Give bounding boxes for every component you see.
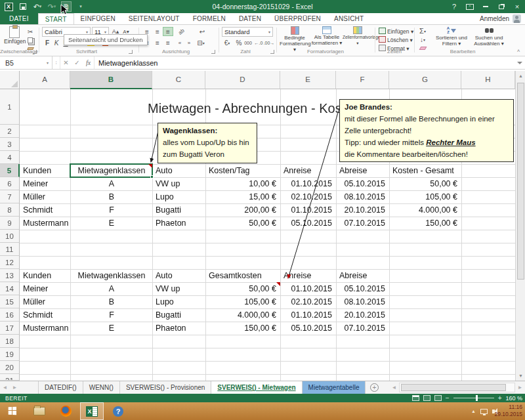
cell-B9[interactable]: E	[71, 217, 152, 230]
row-header-18[interactable]: 18	[0, 335, 20, 348]
note1-line1: alles vom Lupo/Up bis hin	[163, 136, 252, 148]
row-header-9[interactable]: 9	[0, 217, 20, 230]
row-header-20[interactable]: 20	[0, 361, 20, 374]
cell-B13[interactable]: Mietwagenklassen	[71, 269, 152, 282]
column-header-B[interactable]: B	[70, 71, 152, 89]
column-header-H[interactable]: H	[461, 71, 515, 89]
cell-F9[interactable]: 07.10.2015	[337, 217, 389, 230]
cell-E8[interactable]: 01.10.2015	[281, 203, 336, 217]
cell-F15[interactable]: 08.10.2015	[337, 295, 389, 308]
cell-E9[interactable]: 05.10.2015	[281, 217, 336, 230]
cell-F16[interactable]: 20.10.2015	[337, 308, 389, 322]
cell-D6[interactable]: 10,00 €	[206, 177, 280, 190]
cell-A17[interactable]: Mustermann	[20, 322, 70, 335]
cell-C8[interactable]: Bugatti	[153, 203, 205, 217]
cell-A15[interactable]: Müller	[20, 295, 70, 308]
cell-C16[interactable]: Bugatti	[153, 308, 205, 322]
cell-D7[interactable]: 15,00 €	[206, 190, 280, 203]
cell-C7[interactable]: Lupo	[153, 190, 205, 203]
row-header-16[interactable]: 16	[0, 308, 20, 322]
cell-G7[interactable]: 105,00 €	[390, 190, 461, 203]
cell-A13[interactable]: Kunden	[20, 269, 70, 282]
cell-C13[interactable]: Auto	[153, 269, 205, 282]
cell-B17[interactable]: E	[71, 322, 152, 335]
row-header-19[interactable]: 19	[0, 348, 20, 361]
row-header-13[interactable]: 13	[0, 269, 20, 282]
cell-B14[interactable]: A	[71, 282, 152, 295]
cell-A7[interactable]: Müller	[20, 190, 70, 203]
cell-F17[interactable]: 07.10.2015	[337, 322, 389, 335]
cell-E15[interactable]: 02.10.2015	[281, 295, 336, 308]
cell-F8[interactable]: 20.10.2015	[337, 203, 389, 217]
cell-F5[interactable]: Abreise	[337, 164, 389, 177]
cell-E14[interactable]: 01.10.2015	[281, 282, 336, 295]
cell-D13[interactable]: Gesamtkosten	[206, 269, 280, 282]
cell-B15[interactable]: B	[71, 295, 152, 308]
row-header-21[interactable]: 21	[0, 374, 20, 381]
row-header-6[interactable]: 6	[0, 177, 20, 190]
column-header-G[interactable]: G	[389, 71, 461, 89]
cell-F6[interactable]: 05.10.2015	[337, 177, 389, 190]
comment-note-wagenklassen[interactable]: Wagenklassen: alles vom Lupo/Up bis hin …	[158, 123, 257, 163]
row-header-5[interactable]: 5	[0, 164, 20, 177]
cell-A8[interactable]: Schmidt	[20, 203, 70, 217]
cell-C17[interactable]: Phaeton	[153, 322, 205, 335]
cell-F13[interactable]: Abreise	[337, 269, 389, 282]
comment-note-joe-brandes[interactable]: Joe Brandes: mit dieser Formel alle Bere…	[339, 99, 514, 162]
cell-A16[interactable]: Schmidt	[20, 308, 70, 322]
column-header-D[interactable]: D	[205, 71, 280, 89]
column-header-E[interactable]: E	[280, 71, 336, 89]
row-header-17[interactable]: 17	[0, 322, 20, 335]
cell-C9[interactable]: Phaeton	[153, 217, 205, 230]
cell-F7[interactable]: 08.10.2015	[337, 190, 389, 203]
note2-line4: die Kommentare bearbeiten/löschen!	[345, 148, 509, 160]
cell-F14[interactable]: 05.10.2015	[337, 282, 389, 295]
cell-D15[interactable]: 105,00 €	[206, 295, 280, 308]
cell-D5[interactable]: Kosten/Tag	[206, 164, 280, 177]
cell-E6[interactable]: 01.10.2015	[281, 177, 336, 190]
cell-E7[interactable]: 02.10.2015	[281, 190, 336, 203]
cell-G5[interactable]: Kosten - Gesamt	[390, 164, 461, 177]
gridline	[20, 256, 515, 257]
cell-G9[interactable]: 150,00 €	[390, 217, 461, 230]
note2-line2: Zelle untergebracht!	[345, 125, 509, 136]
cell-A5[interactable]: Kunden	[20, 164, 70, 177]
cell-D17[interactable]: 150,00 €	[206, 322, 280, 335]
cell-E5[interactable]: Anreise	[281, 164, 336, 177]
cell-D8[interactable]: 200,00 €	[206, 203, 280, 217]
cell-C15[interactable]: Lupo	[153, 295, 205, 308]
row-header-8[interactable]: 8	[0, 203, 20, 217]
cell-B8[interactable]: F	[71, 203, 152, 217]
cell-G8[interactable]: 4.000,00 €	[390, 203, 461, 217]
cell-A9[interactable]: Mustermann	[20, 217, 70, 230]
row-header-10[interactable]: 10	[0, 230, 20, 243]
cell-E16[interactable]: 01.10.2015	[281, 308, 336, 322]
cell-A14[interactable]: Meiner	[20, 282, 70, 295]
row-header-1[interactable]: 1	[0, 89, 20, 125]
cell-C6[interactable]: VW up	[153, 177, 205, 190]
cell-E13[interactable]: Anreise	[281, 269, 336, 282]
cell-E17[interactable]: 05.10.2015	[281, 322, 336, 335]
cell-C14[interactable]: VW up	[153, 282, 205, 295]
row-header-2[interactable]: 2	[0, 125, 20, 138]
row-header-14[interactable]: 14	[0, 282, 20, 295]
cell-A6[interactable]: Meiner	[20, 177, 70, 190]
row-header-12[interactable]: 12	[0, 256, 20, 269]
cell-B6[interactable]: A	[71, 177, 152, 190]
cell-D9[interactable]: 50,00 €	[206, 217, 280, 230]
cell-C5[interactable]: Auto	[153, 164, 205, 177]
row-header-15[interactable]: 15	[0, 295, 20, 308]
row-header-7[interactable]: 7	[0, 190, 20, 203]
column-header-C[interactable]: C	[152, 71, 205, 89]
cell-B16[interactable]: F	[71, 308, 152, 322]
cell-D16[interactable]: 4.000,00 €	[206, 308, 280, 322]
cell-D14[interactable]: 50,00 €	[206, 282, 280, 295]
cell-B7[interactable]: B	[71, 190, 152, 203]
row-header-11[interactable]: 11	[0, 243, 20, 256]
row-header-3[interactable]: 3	[0, 138, 20, 151]
column-header-F[interactable]: F	[336, 71, 389, 89]
cell-G6[interactable]: 50,00 €	[390, 177, 461, 190]
column-header-A[interactable]: A	[20, 71, 70, 89]
row-header-4[interactable]: 4	[0, 151, 20, 164]
selection-fill-handle[interactable]	[150, 175, 154, 178]
